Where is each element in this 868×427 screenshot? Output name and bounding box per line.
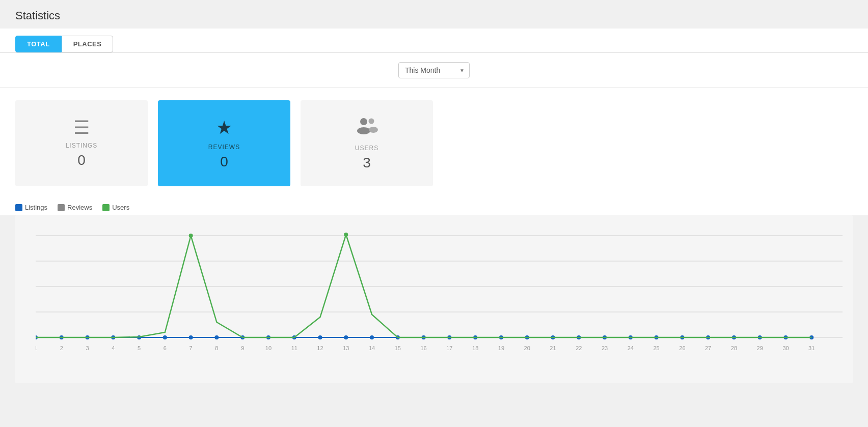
svg-text:26: 26: [679, 345, 685, 351]
legend-label-reviews: Reviews: [67, 204, 92, 211]
stat-card-users: USERS 3: [301, 100, 433, 186]
svg-point-3: [369, 127, 378, 133]
svg-text:24: 24: [628, 345, 634, 351]
star-icon: ★: [216, 117, 232, 138]
svg-point-2: [369, 119, 374, 124]
svg-point-24: [370, 335, 374, 339]
svg-point-43: [344, 233, 348, 237]
page-title: Statistics: [0, 0, 868, 29]
svg-point-0: [360, 118, 367, 125]
tab-places[interactable]: PLACES: [62, 36, 114, 52]
svg-text:4: 4: [112, 345, 115, 351]
svg-text:31: 31: [808, 345, 815, 351]
stats-cards: ☰ LISTINGS 0 ★ REVIEWS 0 USERS 3: [0, 88, 868, 196]
svg-text:15: 15: [395, 345, 401, 351]
legend-item-listings: Listings: [15, 204, 47, 211]
svg-text:12: 12: [317, 345, 323, 351]
legend-label-users: Users: [112, 204, 129, 211]
svg-text:11: 11: [291, 345, 297, 351]
svg-text:21: 21: [550, 345, 556, 351]
svg-text:19: 19: [498, 345, 504, 351]
page-container: Statistics TOTAL PLACES This Month Last …: [0, 0, 868, 427]
tab-total[interactable]: TOTAL: [15, 36, 62, 52]
svg-text:9: 9: [241, 345, 244, 351]
users-icon: [356, 116, 378, 139]
stat-card-reviews: ★ REVIEWS 0: [158, 100, 290, 186]
stat-value-users: 3: [363, 155, 371, 171]
svg-text:20: 20: [524, 345, 530, 351]
svg-text:30: 30: [782, 345, 789, 351]
stat-label-reviews: REVIEWS: [208, 144, 240, 151]
stat-value-listings: 0: [77, 152, 86, 168]
svg-point-22: [318, 335, 322, 339]
svg-text:2: 2: [60, 345, 63, 351]
legend-item-reviews: Reviews: [58, 204, 92, 211]
filter-row: This Month Last Month This Year All Time: [0, 53, 868, 88]
svg-text:27: 27: [705, 345, 711, 351]
list-icon: ☰: [73, 119, 90, 137]
svg-text:3: 3: [86, 345, 89, 351]
filter-select-wrapper: This Month Last Month This Year All Time: [398, 62, 470, 78]
svg-text:1: 1: [36, 345, 37, 351]
svg-text:17: 17: [446, 345, 452, 351]
legend-dot-users: [102, 204, 110, 211]
svg-text:16: 16: [420, 345, 426, 351]
svg-point-17: [189, 335, 193, 339]
svg-text:23: 23: [602, 345, 608, 351]
svg-point-16: [163, 335, 167, 339]
svg-point-23: [344, 335, 348, 339]
legend-item-users: Users: [102, 204, 129, 211]
legend-dot-listings: [15, 204, 22, 211]
stat-label-users: USERS: [355, 145, 378, 152]
stat-value-reviews: 0: [220, 154, 228, 170]
chart-area: 1 0: [15, 215, 853, 383]
stat-label-listings: LISTINGS: [66, 142, 98, 149]
svg-text:10: 10: [265, 345, 272, 351]
svg-text:14: 14: [369, 345, 375, 351]
svg-point-18: [214, 335, 219, 339]
svg-text:5: 5: [138, 345, 141, 351]
legend-row: Listings Reviews Users: [0, 196, 868, 215]
svg-point-42: [189, 234, 193, 238]
svg-text:13: 13: [343, 345, 349, 351]
svg-text:8: 8: [215, 345, 218, 351]
stat-card-listings: ☰ LISTINGS 0: [15, 100, 148, 186]
svg-text:29: 29: [757, 345, 763, 351]
svg-text:25: 25: [653, 345, 659, 351]
legend-label-listings: Listings: [25, 204, 47, 211]
svg-text:28: 28: [731, 345, 737, 351]
svg-point-1: [357, 127, 370, 134]
tabs-row: TOTAL PLACES: [15, 36, 853, 52]
filter-select[interactable]: This Month Last Month This Year All Time: [398, 62, 470, 78]
chart-svg: 1 0: [36, 225, 843, 368]
legend-dot-reviews: [58, 204, 65, 211]
top-bar: TOTAL PLACES: [0, 29, 868, 53]
svg-text:6: 6: [164, 345, 167, 351]
svg-text:18: 18: [472, 345, 478, 351]
svg-text:7: 7: [189, 345, 193, 351]
svg-text:22: 22: [576, 345, 582, 351]
